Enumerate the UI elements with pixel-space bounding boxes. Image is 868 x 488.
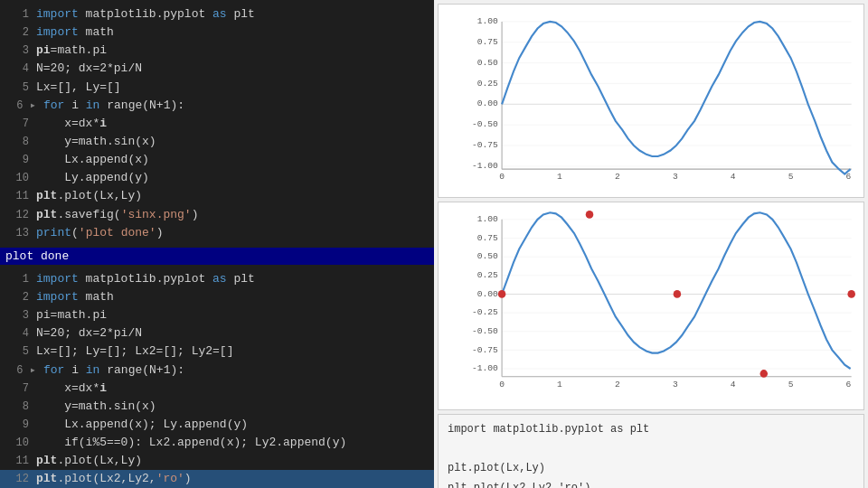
code-token: as (212, 5, 227, 23)
svg-text:2: 2 (615, 380, 620, 389)
code-line-11: 11plt.plot(Lx,Ly) (0, 187, 434, 205)
code-line-4: 4N=20; dx=2*pi/N (0, 60, 434, 78)
code-token: pi=math.pi (36, 306, 107, 324)
code-token: math (79, 288, 114, 306)
editor-2[interactable]: 1import matplotlib.pyplot as plt2import … (0, 265, 434, 488)
code-token: ( (71, 224, 79, 242)
svg-text:0.75: 0.75 (477, 37, 498, 47)
red-dot-10 (674, 290, 682, 298)
code-token: Lx.append(x); Ly.append(y) (36, 416, 248, 434)
line-number-12: 12 (4, 471, 29, 488)
code-token: range(N+1): (99, 97, 184, 115)
code-token: import (36, 5, 79, 23)
svg-text:3: 3 (673, 172, 678, 179)
code-token: for (43, 97, 64, 115)
line-number-1: 1 (4, 6, 29, 23)
code-token: i (64, 97, 85, 115)
code-token: ) (192, 206, 199, 224)
code-token: import (36, 270, 79, 288)
code-token: i (99, 115, 107, 133)
code-token: .plot(Lx,Ly) (57, 187, 142, 205)
code-token: plt (227, 5, 255, 23)
tooltip-line-2 (448, 440, 854, 460)
chart-bottom: 1.00 0.75 0.50 0.25 0.00 -0.25 -0.50 -0.… (438, 202, 864, 410)
code-line-6: 6 ▸for i in range(N+1): (0, 361, 434, 380)
tooltip-line-3: plt.plot(Lx,Ly) (448, 459, 854, 479)
code-token: Ly.append(y) (36, 169, 149, 187)
svg-text:5: 5 (788, 172, 794, 179)
code-line-4: 4N=20; dx=2*pi/N (0, 324, 434, 343)
code-token: x=dx* (36, 380, 99, 398)
code-line-8: 8 y=math.sin(x) (0, 133, 434, 151)
code-line-10: 10 if(i%5==0): Lx2.append(x); Ly2.append… (0, 434, 434, 452)
line-number-5: 5 (4, 343, 29, 361)
svg-text:1.00: 1.00 (477, 16, 498, 26)
svg-text:0: 0 (499, 380, 505, 389)
code-token: import (36, 23, 79, 42)
code-token: for (43, 361, 64, 380)
line-number-7: 7 (4, 380, 29, 398)
tooltip-line-4: plt.plot(Lx2,Ly2,'ro') (448, 479, 854, 488)
code-token: N=20; dx=2*pi/N (36, 60, 142, 78)
code-token: i (99, 380, 107, 398)
line-number-9: 9 (4, 152, 29, 169)
svg-text:6: 6 (846, 380, 852, 389)
svg-text:4: 4 (731, 380, 736, 389)
svg-text:0.50: 0.50 (477, 58, 498, 68)
code-line-3: 3pi=math.pi (0, 306, 434, 324)
svg-text:0.00: 0.00 (477, 289, 498, 299)
chart-top: 1.00 0.75 0.50 0.25 0.00 -0.50 -0.75 -1.… (438, 4, 864, 198)
code-line-7: 7 x=dx*i (0, 380, 434, 398)
right-panel: 1.00 0.75 0.50 0.25 0.00 -0.50 -0.75 -1.… (434, 0, 868, 488)
svg-text:-0.75: -0.75 (472, 140, 498, 150)
code-line-8: 8 y=math.sin(x) (0, 398, 434, 416)
code-token: =math.pi (51, 42, 107, 60)
code-token: 'sinx.png' (121, 206, 192, 224)
code-line-1: 1import matplotlib.pyplot as plt (0, 270, 434, 288)
line-number-11: 11 (4, 453, 29, 470)
line-number-8: 8 (4, 134, 29, 151)
code-line-3: 3pi=math.pi (0, 42, 434, 60)
red-dot-5 (586, 211, 594, 219)
code-token: if(i%5==0): Lx2.append(x); Ly2.append(y) (36, 434, 346, 452)
code-token: y=math.sin(x) (36, 398, 156, 416)
code-token: .savefig( (57, 206, 120, 224)
code-line-10: 10 Ly.append(y) (0, 169, 434, 187)
editor-1[interactable]: 1import matplotlib.pyplot as plt2import … (0, 0, 434, 248)
line-number-4: 4 (4, 61, 29, 78)
svg-text:4: 4 (731, 172, 736, 179)
code-token: Lx=[], Ly=[] (36, 79, 121, 97)
svg-text:-0.75: -0.75 (472, 345, 498, 355)
code-token: pi (36, 42, 51, 60)
code-token: 'ro' (156, 470, 184, 488)
line-number-13: 13 (4, 225, 29, 242)
svg-text:0.25: 0.25 (477, 270, 498, 280)
code-token: x=dx* (36, 115, 99, 133)
svg-text:0.50: 0.50 (477, 251, 498, 261)
code-line-11: 11plt.plot(Lx,Ly) (0, 452, 434, 470)
code-line-1: 1import matplotlib.pyplot as plt (0, 5, 434, 23)
svg-text:-1.00: -1.00 (472, 363, 498, 373)
code-line-6: 6 ▸for i in range(N+1): (0, 97, 434, 115)
line-number-10: 10 (4, 435, 29, 452)
line-number-4: 4 (4, 325, 29, 343)
code-token: as (212, 270, 227, 288)
svg-text:1: 1 (557, 380, 562, 389)
code-token: matplotlib.pyplot (79, 5, 212, 23)
code-token: i (64, 361, 85, 380)
red-dot-20 (847, 290, 855, 298)
code-line-13: 13print('plot done') (0, 224, 434, 242)
code-line-12: 12plt.plot(Lx2,Ly2,'ro') (0, 470, 434, 488)
code-line-9: 9 Lx.append(x); Ly.append(y) (0, 416, 434, 434)
code-line-7: 7 x=dx*i (0, 115, 434, 133)
code-line-2: 2import math (0, 23, 434, 42)
code-token: .plot(Lx2,Ly2, (57, 470, 156, 488)
code-line-9: 9 Lx.append(x) (0, 151, 434, 169)
svg-text:-0.50: -0.50 (472, 119, 498, 129)
output-text-1: plot done (5, 249, 69, 263)
line-number-3: 3 (4, 307, 29, 324)
code-token: y=math.sin(x) (36, 133, 156, 151)
code-line-5: 5Lx=[]; Ly=[]; Lx2=[]; Ly2=[] (0, 343, 434, 361)
code-token: plt (227, 270, 255, 288)
code-token: plt (36, 470, 57, 488)
